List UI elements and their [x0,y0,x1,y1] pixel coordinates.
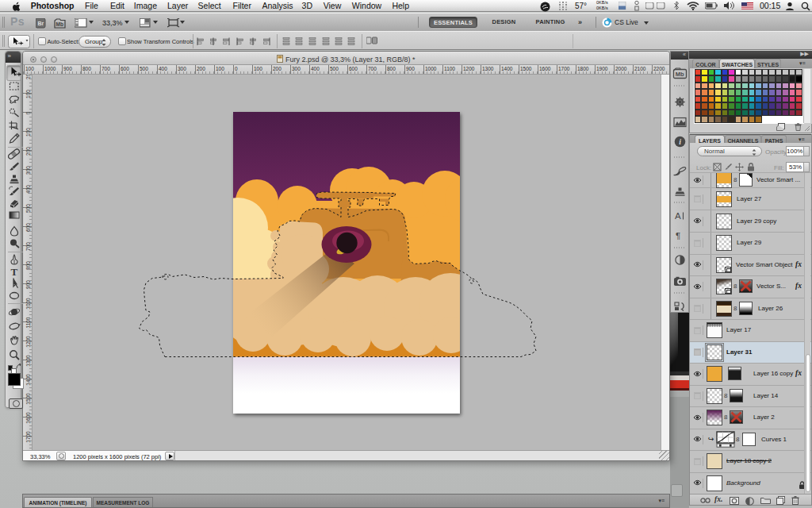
svg-text:Br: Br [38,21,44,26]
svg-text:T: T [10,266,17,278]
svg-text:Mb: Mb [56,21,63,27]
svg-text:A: A [675,211,681,221]
svg-text:i: i [679,137,681,146]
svg-text:¶: ¶ [676,231,680,241]
svg-text:Mb: Mb [676,71,684,78]
